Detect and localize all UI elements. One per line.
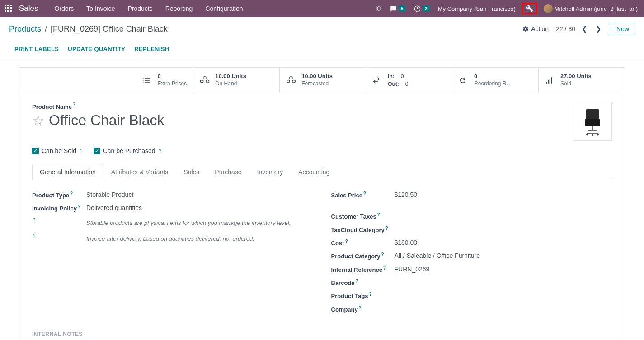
- help-icon[interactable]: ?: [363, 191, 366, 196]
- breadcrumb-sep: /: [45, 24, 47, 34]
- taxcloud-label: TaxCloud Category: [331, 227, 385, 233]
- nav-orders[interactable]: Orders: [48, 1, 80, 16]
- activity-badge: 2: [423, 5, 430, 12]
- left-column: Product Type? Storable Product Invoicing…: [32, 188, 313, 316]
- product-image[interactable]: [573, 102, 612, 141]
- help-icon[interactable]: ?: [33, 218, 36, 223]
- stat-reordering[interactable]: 0Reordering R…: [452, 68, 538, 93]
- help-icon[interactable]: ?: [345, 239, 348, 244]
- svg-point-6: [586, 134, 588, 136]
- help-icon[interactable]: ?: [383, 265, 386, 270]
- bug-icon[interactable]: [374, 4, 384, 14]
- product-title[interactable]: Office Chair Black: [49, 112, 165, 129]
- user-menu[interactable]: Mitchell Admin (june_2_last_an): [542, 2, 639, 15]
- actions-bar: PRINT LABELS UPDATE QUANTITY REPLENISH: [0, 41, 644, 58]
- new-button[interactable]: New: [611, 23, 635, 35]
- help-icon[interactable]: ?: [70, 191, 73, 196]
- stat-extra-prices[interactable]: 0Extra Prices: [19, 68, 193, 93]
- pager-text[interactable]: 22 / 30: [556, 25, 575, 33]
- app-brand[interactable]: Sales: [19, 4, 38, 13]
- stat-in-out[interactable]: In:0 Out:0: [366, 68, 452, 93]
- help-icon[interactable]: ?: [33, 233, 36, 238]
- boxes-icon: [200, 75, 211, 85]
- list-icon: [142, 76, 153, 85]
- pager: 22 / 30 ❮ ❯: [556, 24, 603, 34]
- print-labels-button[interactable]: PRINT LABELS: [14, 46, 59, 52]
- product-name-label: Product Name: [32, 103, 72, 110]
- tab-purchase[interactable]: Purchase: [207, 164, 249, 180]
- help-icon[interactable]: ?: [381, 252, 384, 257]
- can-be-purchased-checkbox[interactable]: ✓ Can be Purchased?: [94, 147, 162, 154]
- replenish-button[interactable]: REPLENISH: [134, 46, 169, 52]
- svg-rect-1: [586, 109, 599, 119]
- product-category-label: Product Category: [331, 253, 381, 260]
- help-text: Storable products are physical items for…: [86, 218, 291, 228]
- activity-icon[interactable]: 2: [412, 4, 432, 14]
- stat-on-hand[interactable]: 10.00 UnitsOn Hand: [193, 68, 279, 93]
- nav-menu: Orders To Invoice Products Reporting Con…: [48, 1, 249, 16]
- boxes-icon: [286, 75, 297, 85]
- product-card: 0Extra Prices 10.00 UnitsOn Hand 10.00 U…: [19, 67, 625, 340]
- internal-ref-label: Internal Reference: [331, 266, 382, 273]
- svg-point-8: [592, 134, 594, 136]
- tab-general-information[interactable]: General Information: [32, 164, 103, 180]
- internal-notes-title: INTERNAL NOTES: [32, 331, 612, 337]
- help-icon[interactable]: ?: [73, 102, 75, 107]
- cost-value[interactable]: $180.00: [395, 239, 418, 246]
- svg-point-7: [597, 134, 599, 136]
- svg-rect-2: [585, 119, 600, 126]
- content-area: 0Extra Prices 10.00 UnitsOn Hand 10.00 U…: [0, 58, 644, 340]
- help-icon[interactable]: ?: [377, 212, 380, 217]
- refresh-icon: [459, 76, 470, 84]
- help-icon[interactable]: ?: [369, 292, 372, 297]
- debug-tools-icon[interactable]: [522, 3, 537, 14]
- nav-products[interactable]: Products: [121, 1, 159, 16]
- pager-next[interactable]: ❯: [594, 24, 603, 34]
- tab-sales[interactable]: Sales: [176, 164, 207, 180]
- transfer-icon: [372, 76, 383, 84]
- help-icon[interactable]: ?: [359, 305, 362, 310]
- nav-reporting[interactable]: Reporting: [159, 1, 199, 16]
- stat-sold[interactable]: 27.00 UnitsSold: [538, 68, 625, 93]
- bars-icon: [545, 76, 556, 84]
- update-quantity-button[interactable]: UPDATE QUANTITY: [68, 46, 125, 52]
- internal-ref-value[interactable]: FURN_0269: [395, 265, 430, 273]
- top-nav: Sales Orders To Invoice Products Reporti…: [0, 0, 644, 17]
- barcode-label: Barcode: [331, 279, 355, 286]
- tab-accounting[interactable]: Accounting: [291, 164, 337, 180]
- help-text: Invoice after delivery, based on quantit…: [86, 233, 254, 244]
- tab-inventory[interactable]: Inventory: [249, 164, 291, 180]
- cost-label: Cost: [331, 240, 344, 247]
- chat-icon[interactable]: 5: [388, 4, 408, 14]
- favorite-star-icon[interactable]: ☆: [32, 112, 44, 128]
- action-menu[interactable]: Action: [522, 25, 549, 33]
- company-selector[interactable]: My Company (San Francisco): [436, 4, 517, 14]
- breadcrumb-current: [FURN_0269] Office Chair Black: [51, 24, 168, 34]
- stat-forecasted[interactable]: 10.00 UnitsForecasted: [279, 68, 366, 93]
- customer-taxes-label: Customer Taxes: [331, 214, 376, 220]
- nav-to-invoice[interactable]: To Invoice: [80, 1, 121, 16]
- help-icon[interactable]: ?: [80, 149, 83, 154]
- help-icon[interactable]: ?: [385, 226, 388, 231]
- pager-prev[interactable]: ❮: [580, 24, 589, 34]
- nav-right: 5 2 My Company (San Francisco) Mitchell …: [374, 2, 639, 15]
- checkbox-icon: ✓: [94, 148, 100, 154]
- product-type-value[interactable]: Storable Product: [86, 191, 133, 198]
- stat-row: 0Extra Prices 10.00 UnitsOn Hand 10.00 U…: [19, 68, 625, 93]
- checkbox-icon: ✓: [32, 148, 39, 154]
- apps-icon[interactable]: [5, 5, 13, 13]
- sales-price-value[interactable]: $120.50: [395, 191, 418, 198]
- help-icon[interactable]: ?: [356, 279, 358, 284]
- right-column: Sales Price? $120.50 Customer Taxes? Tax…: [331, 188, 612, 316]
- breadcrumb: Products / [FURN_0269] Office Chair Blac…: [9, 24, 168, 34]
- invoicing-policy-value[interactable]: Delivered quantities: [86, 204, 142, 211]
- invoicing-policy-label: Invoicing Policy: [32, 205, 77, 212]
- product-category-value[interactable]: All / Saleable / Office Furniture: [395, 252, 480, 259]
- breadcrumb-root[interactable]: Products: [9, 24, 41, 34]
- tab-attributes-variants[interactable]: Attributes & Variants: [103, 164, 176, 180]
- gear-icon: [522, 26, 529, 32]
- nav-configuration[interactable]: Configuration: [199, 1, 249, 16]
- can-be-sold-checkbox[interactable]: ✓ Can be Sold?: [32, 147, 83, 154]
- help-icon[interactable]: ?: [78, 204, 80, 209]
- help-icon[interactable]: ?: [159, 149, 162, 154]
